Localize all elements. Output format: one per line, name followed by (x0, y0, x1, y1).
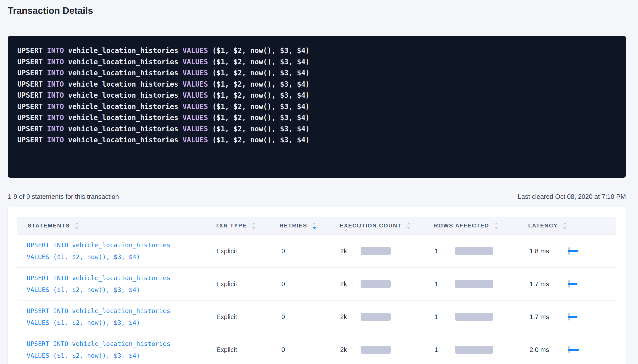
sql-keyword: INTO (47, 46, 64, 55)
column-header-label: ROWS AFFECTED (434, 222, 489, 229)
sort-arrows-icon (563, 222, 566, 229)
sql-text: ($1, $2, now(), $3, $4) (208, 136, 310, 144)
latency-cell: 1.7 ms (525, 280, 616, 288)
sql-text: UPSERT (17, 58, 47, 66)
statement-cell: UPSERT INTO vehicle_location_histories V… (17, 239, 212, 263)
txn-type-cell: Explicit (212, 313, 276, 321)
rows-affected-bar (455, 313, 493, 321)
sql-text: UPSERT (17, 136, 47, 144)
statement-link[interactable]: UPSERT INTO vehicle_location_histories (27, 239, 212, 251)
column-header-retries[interactable]: RETRIES (276, 222, 336, 229)
statement-link[interactable]: UPSERT INTO vehicle_location_histories (27, 305, 212, 317)
sql-keyword: INTO (47, 58, 64, 66)
statement-cell: UPSERT INTO vehicle_location_histories V… (17, 338, 212, 361)
summary-row: 1-9 of 9 statements for this transaction… (8, 192, 626, 201)
column-header-label: TXN TYPE (215, 222, 247, 229)
sql-text: ($1, $2, now(), $3, $4) (208, 91, 310, 99)
sql-keyword: INTO (47, 136, 64, 144)
execution-count-cell: 2k (336, 280, 430, 288)
sql-text: ($1, $2, now(), $3, $4) (208, 125, 310, 133)
statement-link[interactable]: VALUES ($1, $2, now(), $3, $4) (27, 317, 212, 329)
sql-keyword: INTO (47, 102, 64, 111)
sql-keyword: VALUES (182, 46, 208, 55)
sort-arrows-icon (495, 222, 498, 229)
table-header-row: STATEMENTS TXN TYPE RETRIES EXECUTION CO… (17, 217, 616, 235)
sql-keyword: VALUES (182, 69, 208, 77)
sort-arrows-icon (75, 222, 78, 229)
last-cleared-text: Last cleared Oct 08, 2020 at 7:10 PM (518, 192, 626, 201)
sql-keyword: INTO (47, 113, 64, 122)
sql-text: ($1, $2, now(), $3, $4) (208, 113, 310, 122)
sql-statement-line: UPSERT INTO vehicle_location_histories V… (17, 68, 616, 79)
column-header-label: STATEMENTS (28, 222, 70, 229)
latency-value: 2.0 ms (529, 346, 568, 354)
sql-text: vehicle_location_histories (64, 46, 182, 55)
statement-link[interactable]: UPSERT INTO vehicle_location_histories (27, 272, 212, 284)
sql-text: vehicle_location_histories (64, 58, 182, 66)
retries-cell: 0 (276, 248, 336, 255)
column-header-txn-type[interactable]: TXN TYPE (212, 222, 276, 229)
sql-keyword: VALUES (182, 125, 208, 133)
table-row: UPSERT INTO vehicle_location_histories V… (17, 235, 616, 268)
table-row: UPSERT INTO vehicle_location_histories V… (17, 333, 616, 364)
sort-desc-icon (563, 227, 566, 229)
sql-statement-line: UPSERT INTO vehicle_location_histories V… (17, 135, 616, 146)
sort-asc-icon (495, 222, 498, 224)
execution-count-value: 2k (340, 280, 361, 288)
column-header-rows-affected[interactable]: ROWS AFFECTED (430, 222, 525, 229)
latency-bar-chart (568, 345, 583, 354)
latency-value: 1.8 ms (529, 247, 568, 255)
rows-affected-bar (455, 247, 493, 255)
rows-affected-value: 1 (434, 313, 455, 321)
sql-keyword: VALUES (182, 102, 208, 111)
latency-bar (568, 349, 579, 351)
statement-link[interactable]: UPSERT INTO vehicle_location_histories (27, 338, 212, 350)
retries-cell: 0 (276, 313, 336, 321)
sql-text: vehicle_location_histories (64, 125, 182, 133)
latency-cell: 1.8 ms (525, 247, 616, 255)
sort-asc-icon (75, 222, 78, 224)
sql-text: UPSERT (17, 46, 47, 55)
execution-count-bar (361, 313, 391, 321)
sql-statement-line: UPSERT INTO vehicle_location_histories V… (17, 90, 616, 101)
column-header-execution-count[interactable]: EXECUTION COUNT (336, 222, 430, 229)
rows-affected-value: 1 (434, 248, 455, 255)
sql-statements-box: UPSERT INTO vehicle_location_histories V… (8, 36, 626, 178)
sort-asc-icon (252, 222, 255, 224)
page-title: Transaction Details (8, 0, 626, 17)
sql-statement-line: UPSERT INTO vehicle_location_histories V… (17, 79, 616, 90)
txn-type-cell: Explicit (212, 247, 276, 255)
execution-count-cell: 2k (336, 346, 430, 354)
statement-link[interactable]: VALUES ($1, $2, now(), $3, $4) (27, 350, 212, 361)
latency-bar-chart (568, 280, 583, 288)
execution-count-cell: 2k (336, 247, 430, 255)
column-header-statements[interactable]: STATEMENTS (17, 222, 212, 229)
latency-bar (568, 283, 577, 285)
sql-statement-line: UPSERT INTO vehicle_location_histories V… (17, 56, 616, 68)
sql-text: UPSERT (17, 91, 47, 99)
sql-keyword: INTO (47, 80, 64, 88)
execution-count-bar (361, 280, 391, 288)
latency-bar-chart (568, 247, 583, 255)
table-row: UPSERT INTO vehicle_location_histories V… (17, 268, 616, 300)
sql-text: vehicle_location_histories (64, 136, 182, 144)
statement-link[interactable]: VALUES ($1, $2, now(), $3, $4) (27, 251, 212, 263)
sql-text: ($1, $2, now(), $3, $4) (208, 80, 310, 88)
sort-desc-icon (495, 227, 498, 229)
sql-text: ($1, $2, now(), $3, $4) (208, 58, 310, 66)
execution-count-value: 2k (340, 248, 361, 255)
column-header-label: LATENCY (528, 222, 558, 229)
sql-text: UPSERT (17, 125, 47, 133)
latency-bar (568, 316, 577, 318)
statement-link[interactable]: VALUES ($1, $2, now(), $3, $4) (27, 284, 212, 296)
statements-table-card: STATEMENTS TXN TYPE RETRIES EXECUTION CO… (8, 207, 626, 364)
statement-cell: UPSERT INTO vehicle_location_histories V… (17, 272, 212, 296)
sql-text: ($1, $2, now(), $3, $4) (208, 69, 310, 77)
latency-value: 1.7 ms (529, 280, 568, 288)
sql-statement-line: UPSERT INTO vehicle_location_histories V… (17, 101, 616, 112)
execution-count-cell: 2k (336, 313, 430, 321)
column-header-latency[interactable]: LATENCY (525, 222, 616, 229)
table-body: UPSERT INTO vehicle_location_histories V… (17, 235, 616, 364)
execution-count-value: 2k (340, 313, 361, 321)
sql-text: UPSERT (17, 69, 47, 77)
